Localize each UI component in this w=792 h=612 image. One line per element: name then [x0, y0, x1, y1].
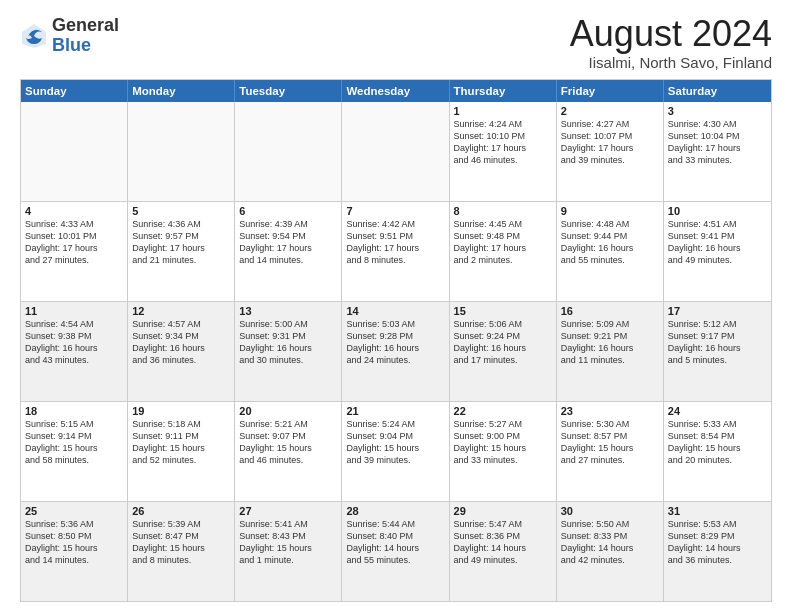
day-number: 1 [454, 105, 552, 117]
cell-content: Sunrise: 5:24 AM Sunset: 9:04 PM Dayligh… [346, 419, 419, 465]
day-cell-1: 1Sunrise: 4:24 AM Sunset: 10:10 PM Dayli… [450, 102, 557, 201]
cell-content: Sunrise: 4:42 AM Sunset: 9:51 PM Dayligh… [346, 219, 419, 265]
day-number: 18 [25, 405, 123, 417]
cell-content: Sunrise: 4:57 AM Sunset: 9:34 PM Dayligh… [132, 319, 205, 365]
day-number: 27 [239, 505, 337, 517]
day-cell-4: 4Sunrise: 4:33 AM Sunset: 10:01 PM Dayli… [21, 202, 128, 301]
calendar: SundayMondayTuesdayWednesdayThursdayFrid… [20, 79, 772, 602]
day-cell-21: 21Sunrise: 5:24 AM Sunset: 9:04 PM Dayli… [342, 402, 449, 501]
calendar-subtitle: Iisalmi, North Savo, Finland [570, 54, 772, 71]
day-cell-17: 17Sunrise: 5:12 AM Sunset: 9:17 PM Dayli… [664, 302, 771, 401]
day-cell-30: 30Sunrise: 5:50 AM Sunset: 8:33 PM Dayli… [557, 502, 664, 601]
day-cell-10: 10Sunrise: 4:51 AM Sunset: 9:41 PM Dayli… [664, 202, 771, 301]
cell-content: Sunrise: 5:12 AM Sunset: 9:17 PM Dayligh… [668, 319, 741, 365]
calendar-row-2: 4Sunrise: 4:33 AM Sunset: 10:01 PM Dayli… [21, 202, 771, 302]
day-number: 15 [454, 305, 552, 317]
day-number: 12 [132, 305, 230, 317]
day-number: 31 [668, 505, 767, 517]
day-number: 6 [239, 205, 337, 217]
cell-content: Sunrise: 5:41 AM Sunset: 8:43 PM Dayligh… [239, 519, 312, 565]
logo: General Blue [20, 16, 119, 56]
cell-content: Sunrise: 5:09 AM Sunset: 9:21 PM Dayligh… [561, 319, 634, 365]
cell-content: Sunrise: 5:18 AM Sunset: 9:11 PM Dayligh… [132, 419, 205, 465]
day-cell-25: 25Sunrise: 5:36 AM Sunset: 8:50 PM Dayli… [21, 502, 128, 601]
day-cell-22: 22Sunrise: 5:27 AM Sunset: 9:00 PM Dayli… [450, 402, 557, 501]
day-number: 17 [668, 305, 767, 317]
day-cell-13: 13Sunrise: 5:00 AM Sunset: 9:31 PM Dayli… [235, 302, 342, 401]
empty-cell [21, 102, 128, 201]
day-cell-12: 12Sunrise: 4:57 AM Sunset: 9:34 PM Dayli… [128, 302, 235, 401]
day-header-monday: Monday [128, 80, 235, 102]
day-number: 3 [668, 105, 767, 117]
calendar-row-5: 25Sunrise: 5:36 AM Sunset: 8:50 PM Dayli… [21, 502, 771, 601]
logo-general-text: General [52, 15, 119, 35]
day-number: 16 [561, 305, 659, 317]
day-cell-28: 28Sunrise: 5:44 AM Sunset: 8:40 PM Dayli… [342, 502, 449, 601]
cell-content: Sunrise: 4:30 AM Sunset: 10:04 PM Daylig… [668, 119, 741, 165]
day-cell-5: 5Sunrise: 4:36 AM Sunset: 9:57 PM Daylig… [128, 202, 235, 301]
cell-content: Sunrise: 5:53 AM Sunset: 8:29 PM Dayligh… [668, 519, 741, 565]
cell-content: Sunrise: 5:03 AM Sunset: 9:28 PM Dayligh… [346, 319, 419, 365]
day-number: 19 [132, 405, 230, 417]
day-number: 14 [346, 305, 444, 317]
cell-content: Sunrise: 5:39 AM Sunset: 8:47 PM Dayligh… [132, 519, 205, 565]
day-cell-23: 23Sunrise: 5:30 AM Sunset: 8:57 PM Dayli… [557, 402, 664, 501]
cell-content: Sunrise: 4:24 AM Sunset: 10:10 PM Daylig… [454, 119, 527, 165]
cell-content: Sunrise: 5:15 AM Sunset: 9:14 PM Dayligh… [25, 419, 98, 465]
day-number: 21 [346, 405, 444, 417]
day-number: 2 [561, 105, 659, 117]
title-block: August 2024 Iisalmi, North Savo, Finland [570, 16, 772, 71]
header: General Blue August 2024 Iisalmi, North … [20, 16, 772, 71]
day-cell-27: 27Sunrise: 5:41 AM Sunset: 8:43 PM Dayli… [235, 502, 342, 601]
day-cell-29: 29Sunrise: 5:47 AM Sunset: 8:36 PM Dayli… [450, 502, 557, 601]
calendar-title: August 2024 [570, 16, 772, 52]
day-cell-6: 6Sunrise: 4:39 AM Sunset: 9:54 PM Daylig… [235, 202, 342, 301]
cell-content: Sunrise: 5:33 AM Sunset: 8:54 PM Dayligh… [668, 419, 741, 465]
cell-content: Sunrise: 4:54 AM Sunset: 9:38 PM Dayligh… [25, 319, 98, 365]
day-number: 11 [25, 305, 123, 317]
day-cell-19: 19Sunrise: 5:18 AM Sunset: 9:11 PM Dayli… [128, 402, 235, 501]
day-cell-11: 11Sunrise: 4:54 AM Sunset: 9:38 PM Dayli… [21, 302, 128, 401]
day-cell-31: 31Sunrise: 5:53 AM Sunset: 8:29 PM Dayli… [664, 502, 771, 601]
page: General Blue August 2024 Iisalmi, North … [0, 0, 792, 612]
cell-content: Sunrise: 4:36 AM Sunset: 9:57 PM Dayligh… [132, 219, 205, 265]
cell-content: Sunrise: 5:21 AM Sunset: 9:07 PM Dayligh… [239, 419, 312, 465]
cell-content: Sunrise: 4:51 AM Sunset: 9:41 PM Dayligh… [668, 219, 741, 265]
empty-cell [235, 102, 342, 201]
empty-cell [342, 102, 449, 201]
day-number: 29 [454, 505, 552, 517]
cell-content: Sunrise: 5:50 AM Sunset: 8:33 PM Dayligh… [561, 519, 634, 565]
empty-cell [128, 102, 235, 201]
day-number: 5 [132, 205, 230, 217]
cell-content: Sunrise: 5:44 AM Sunset: 8:40 PM Dayligh… [346, 519, 419, 565]
logo-text: General Blue [52, 16, 119, 56]
day-number: 9 [561, 205, 659, 217]
cell-content: Sunrise: 4:45 AM Sunset: 9:48 PM Dayligh… [454, 219, 527, 265]
day-cell-14: 14Sunrise: 5:03 AM Sunset: 9:28 PM Dayli… [342, 302, 449, 401]
cell-content: Sunrise: 5:36 AM Sunset: 8:50 PM Dayligh… [25, 519, 98, 565]
cell-content: Sunrise: 5:30 AM Sunset: 8:57 PM Dayligh… [561, 419, 634, 465]
calendar-row-1: 1Sunrise: 4:24 AM Sunset: 10:10 PM Dayli… [21, 102, 771, 202]
cell-content: Sunrise: 4:27 AM Sunset: 10:07 PM Daylig… [561, 119, 634, 165]
day-cell-15: 15Sunrise: 5:06 AM Sunset: 9:24 PM Dayli… [450, 302, 557, 401]
cell-content: Sunrise: 4:48 AM Sunset: 9:44 PM Dayligh… [561, 219, 634, 265]
cell-content: Sunrise: 5:00 AM Sunset: 9:31 PM Dayligh… [239, 319, 312, 365]
cell-content: Sunrise: 5:06 AM Sunset: 9:24 PM Dayligh… [454, 319, 527, 365]
day-number: 25 [25, 505, 123, 517]
day-cell-2: 2Sunrise: 4:27 AM Sunset: 10:07 PM Dayli… [557, 102, 664, 201]
day-header-saturday: Saturday [664, 80, 771, 102]
day-number: 4 [25, 205, 123, 217]
day-cell-20: 20Sunrise: 5:21 AM Sunset: 9:07 PM Dayli… [235, 402, 342, 501]
cell-content: Sunrise: 5:27 AM Sunset: 9:00 PM Dayligh… [454, 419, 527, 465]
day-cell-16: 16Sunrise: 5:09 AM Sunset: 9:21 PM Dayli… [557, 302, 664, 401]
logo-blue-text: Blue [52, 35, 91, 55]
calendar-header: SundayMondayTuesdayWednesdayThursdayFrid… [21, 80, 771, 102]
day-number: 24 [668, 405, 767, 417]
calendar-row-3: 11Sunrise: 4:54 AM Sunset: 9:38 PM Dayli… [21, 302, 771, 402]
day-header-wednesday: Wednesday [342, 80, 449, 102]
day-cell-7: 7Sunrise: 4:42 AM Sunset: 9:51 PM Daylig… [342, 202, 449, 301]
day-header-tuesday: Tuesday [235, 80, 342, 102]
day-number: 20 [239, 405, 337, 417]
day-number: 22 [454, 405, 552, 417]
day-number: 23 [561, 405, 659, 417]
